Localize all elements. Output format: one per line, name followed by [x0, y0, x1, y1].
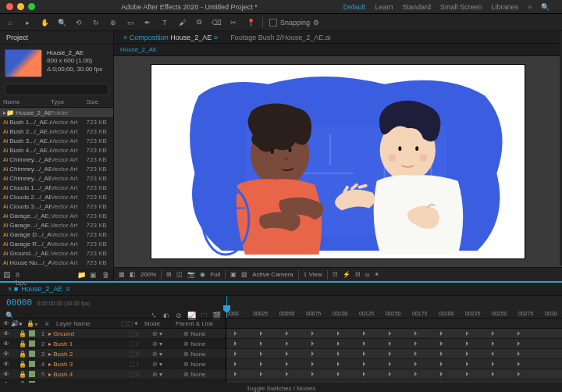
time-ruler[interactable]: 0000000250005000075001000012500150001750… [226, 296, 562, 318]
layer-track[interactable] [226, 359, 562, 369]
project-item[interactable]: Ai Bush 3.../_AE.aiVector Art723 KB [0, 136, 113, 145]
project-search-input[interactable] [5, 84, 108, 95]
composition-viewer[interactable] [114, 56, 562, 267]
col-name[interactable]: Name [3, 98, 51, 105]
trash-icon[interactable]: 🗑 [102, 271, 110, 279]
layer-row[interactable]: 👁🔒4▸ Bush 3⬚ /⊘ ▾⊚ None [0, 359, 226, 369]
layer-track[interactable] [226, 339, 562, 349]
interpret-footage-icon[interactable]: 🖼 [3, 271, 11, 279]
clone-tool-icon[interactable]: ⧉ [194, 17, 205, 28]
project-item[interactable]: Ai Ground.../_AE.aiVector Art723 KB [0, 248, 113, 258]
exposure-icon[interactable]: ☀ [374, 271, 379, 278]
maximize-window-icon[interactable] [28, 3, 35, 10]
channel-icon[interactable]: ◉ [200, 271, 205, 278]
workspace-small-screen[interactable]: Small Screen [440, 3, 482, 11]
eraser-tool-icon[interactable]: ⌫ [211, 17, 222, 28]
bpc-icon[interactable]: 8 bpc [16, 271, 23, 279]
roto-tool-icon[interactable]: ✂ [228, 17, 239, 28]
zoom-tool-icon[interactable]: 🔍 [56, 17, 67, 28]
project-item[interactable]: Ai Chimney.../_AE.aiVector Art723 KB [0, 155, 113, 164]
minimize-window-icon[interactable] [17, 3, 24, 10]
workspace-learn[interactable]: Learn [375, 3, 393, 11]
pen-tool-icon[interactable]: ✒ [142, 17, 153, 28]
eye-column-icon[interactable]: 👁 [3, 320, 11, 327]
composition-thumbnail[interactable] [5, 49, 42, 77]
timeline-icon[interactable]: ⊟ [355, 271, 361, 278]
project-item[interactable]: ▸📁 House_2_AE LayersFolder [0, 108, 113, 117]
project-item[interactable]: Ai Bush 1.../_AE.aiVector Art723 KB [0, 117, 113, 127]
project-item[interactable]: Ai Garage.../_AE.aiVector Art723 KB [0, 220, 113, 230]
layer-row[interactable]: 👁🔒5▸ Bush 4⬚ /⊘ ▾⊚ None [0, 369, 226, 380]
transparency-icon[interactable]: ▨ [241, 271, 247, 278]
fast-preview-icon[interactable]: ⚡ [343, 271, 350, 278]
snapshot-icon[interactable]: 📷 [187, 271, 195, 278]
project-item[interactable]: Ai Chimney.../_AE.aiVector Art723 KB [0, 164, 113, 173]
snapping-toggle[interactable]: Snapping ⚙ [269, 19, 319, 27]
pixel-aspect-icon[interactable]: ⊡ [333, 271, 338, 278]
mask-icon[interactable]: ◧ [130, 271, 136, 278]
col-size[interactable]: Size [87, 98, 110, 105]
zoom-level[interactable]: 200% [140, 271, 156, 278]
project-item[interactable]: Ai Clouds 2.../_AE.aiVector Art723 KB [0, 192, 113, 201]
new-comp-icon[interactable]: ▣ [90, 271, 98, 279]
workspace-libraries[interactable]: Libraries [491, 3, 518, 11]
audio-column-icon[interactable]: 🔊 [11, 320, 19, 327]
shape-tool-icon[interactable]: ▭ [125, 17, 136, 28]
layer-row[interactable]: 👁🔒1▸ Ground⬚ /⊘ ▾⊚ None [0, 329, 226, 339]
lock-column-icon[interactable]: 🔒 [27, 320, 34, 327]
project-item[interactable]: Ai Garage D.../_AE.aiVector Art723 KB [0, 230, 113, 239]
project-item[interactable]: Ai Chimney.../_AE.aiVector Art723 KB [0, 173, 113, 183]
ruler-icon[interactable]: ⊞ [166, 271, 172, 278]
footage-tab[interactable]: Footage Bush 2/House_2_AE.ai [226, 32, 336, 43]
timecode[interactable]: 00000 [6, 298, 32, 308]
selection-tool-icon[interactable]: ▸ [22, 17, 33, 28]
anchor-tool-icon[interactable]: ⊕ [108, 17, 119, 28]
snapping-options-icon[interactable]: ⚙ [313, 19, 319, 27]
project-item[interactable]: Ai Bush 2.../_AE.aiVector Art723 KB [0, 127, 113, 136]
col-type[interactable]: Type [51, 98, 87, 105]
project-item[interactable]: Ai House Nu.../_AE.aiVector Art723 KB [0, 258, 113, 267]
layer-tracks[interactable] [226, 329, 562, 383]
timeline-tab[interactable]: × ■ House_2_AE ≡ [0, 283, 562, 296]
close-window-icon[interactable] [6, 3, 13, 10]
puppet-tool-icon[interactable]: 📍 [245, 17, 256, 28]
hand-tool-icon[interactable]: ✋ [39, 17, 50, 28]
mode-column[interactable]: Mode [144, 320, 176, 327]
brush-tool-icon[interactable]: 🖌 [176, 17, 187, 28]
camera-dropdown[interactable]: Active Camera [252, 271, 293, 278]
search-icon[interactable]: 🔍 [541, 3, 550, 11]
layer-name-column[interactable]: Layer Name [56, 320, 121, 327]
layer-track[interactable] [226, 380, 562, 383]
resolution-dropdown[interactable]: Full [210, 271, 220, 278]
alpha-icon[interactable]: ▦ [119, 271, 125, 278]
layer-track[interactable] [226, 329, 562, 339]
workspace-standard[interactable]: Standard [402, 3, 431, 11]
roi-icon[interactable]: ▣ [230, 271, 237, 278]
workspace-default[interactable]: Default [343, 3, 366, 11]
flowchart-icon[interactable]: ⧈ [365, 271, 369, 279]
view-count-dropdown[interactable]: 1 View [304, 271, 322, 278]
guides-icon[interactable]: ◫ [176, 271, 183, 278]
rotate-tool-icon[interactable]: ↻ [91, 17, 101, 28]
project-item[interactable]: Ai Clouds 1.../_AE.aiVector Art723 KB [0, 183, 113, 192]
timecode-display[interactable]: 00000 0:00:00:00 (30.00 fps) [0, 296, 226, 309]
project-item[interactable]: Ai Clouds 3.../_AE.aiVector Art723 KB [0, 201, 113, 211]
project-item[interactable]: Ai Bush 4.../_AE.aiVector Art723 KB [0, 145, 113, 155]
toggle-switches-button[interactable]: Toggle Switches / Modes [247, 385, 316, 392]
project-tab[interactable]: Project [0, 31, 113, 45]
composition-tab[interactable]: × Composition House_2_AE ≡ [119, 32, 222, 43]
new-folder-icon[interactable]: 📁 [77, 271, 85, 279]
layer-track[interactable] [226, 349, 562, 359]
composition-breadcrumb[interactable]: House_2_AE [114, 44, 562, 56]
layer-track[interactable] [226, 369, 562, 380]
snapping-checkbox[interactable] [269, 19, 277, 27]
parent-column[interactable]: Parent & Link [176, 320, 222, 327]
layer-row[interactable]: 👁🔒3▸ Bush 2⬚ /⊘ ▾⊚ None [0, 349, 226, 359]
layer-row[interactable]: 👁🔒2▸ Bush 1⬚ /⊘ ▾⊚ None [0, 339, 226, 349]
text-tool-icon[interactable]: T [159, 17, 170, 28]
home-icon[interactable]: ⌂ [5, 17, 16, 28]
project-item[interactable]: Ai Garage R.../_AE.aiVector Art723 KB [0, 239, 113, 248]
workspace-overflow-icon[interactable]: » [528, 3, 532, 11]
composition-canvas[interactable] [151, 64, 525, 259]
solo-column-icon[interactable]: ● [19, 320, 27, 327]
